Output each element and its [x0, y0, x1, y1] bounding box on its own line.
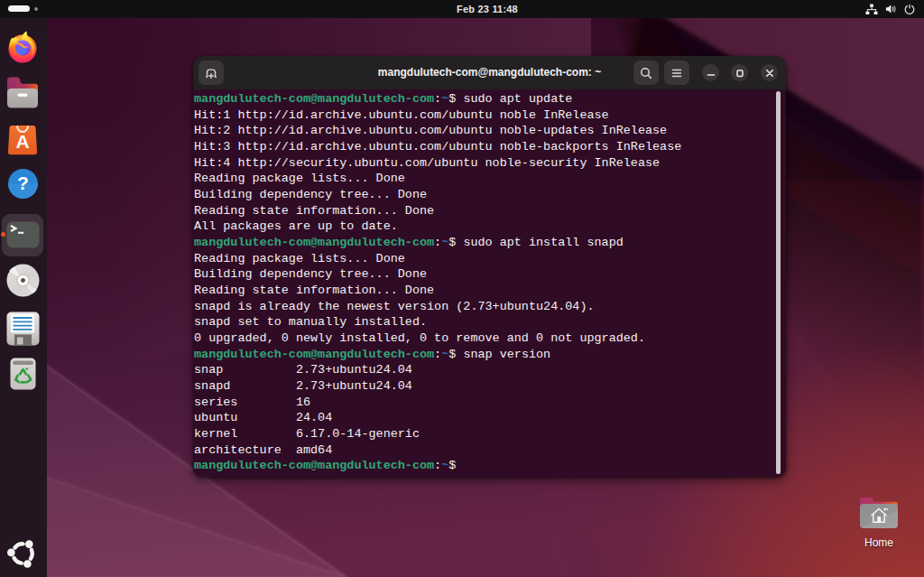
- svg-text:?: ?: [17, 172, 29, 193]
- svg-text:A: A: [15, 131, 29, 152]
